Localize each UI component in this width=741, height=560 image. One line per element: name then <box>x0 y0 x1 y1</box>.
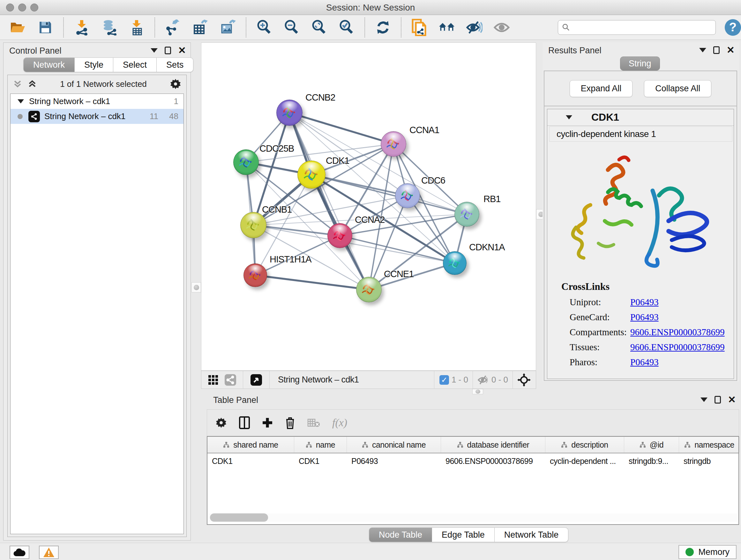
protein-structure-image <box>557 147 723 278</box>
column-header-name[interactable]: name <box>294 437 347 453</box>
add-column-icon[interactable] <box>262 417 273 428</box>
tab-select[interactable]: Select <box>113 57 157 72</box>
column-header-description[interactable]: description <box>545 437 624 453</box>
export-network-icon[interactable] <box>165 19 181 36</box>
crosslink-link[interactable]: 9606.ENSP00000378699 <box>630 327 725 337</box>
column-header-database-identifier[interactable]: database identifier <box>441 437 545 453</box>
cloud-status-button[interactable] <box>10 546 29 559</box>
column-header-canonical-name[interactable]: canonical name <box>347 437 441 453</box>
column-header-shared-name[interactable]: shared name <box>207 437 294 453</box>
network-canvas[interactable]: CCNB2 CCNA1 CDC25B CDK1 <box>201 43 536 371</box>
zoom-fit-icon[interactable] <box>311 19 327 36</box>
selected-checkbox-icon[interactable]: ✓ <box>440 375 449 385</box>
crosslink-link[interactable]: P06493 <box>630 312 659 322</box>
gene-card-collapse-icon[interactable] <box>566 115 572 119</box>
open-session-icon[interactable] <box>10 19 26 36</box>
table-options-gear-icon[interactable] <box>215 417 227 428</box>
column-header-namespace[interactable]: namespace <box>679 437 740 453</box>
network-node-ccna2[interactable] <box>327 223 352 248</box>
crosslink-link[interactable]: P06493 <box>630 297 659 307</box>
table-cell[interactable]: 9606.ENSP00000378699 <box>441 453 545 469</box>
table-close-icon[interactable]: ✕ <box>728 396 736 403</box>
panel-close-icon[interactable]: ✕ <box>178 47 186 54</box>
save-session-icon[interactable] <box>37 19 54 36</box>
results-close-icon[interactable]: ✕ <box>727 46 735 54</box>
panel-float-icon[interactable] <box>165 47 171 54</box>
export-table-icon[interactable] <box>192 19 209 36</box>
left-splitter-handle[interactable] <box>192 282 201 293</box>
hidden-eye-slash-icon[interactable] <box>477 375 489 385</box>
table-cell[interactable]: cyclin-dependent ... <box>545 453 624 469</box>
window-title: Session: New Session <box>0 3 741 13</box>
annotations-icon[interactable] <box>411 19 428 36</box>
zoom-in-icon[interactable] <box>256 19 273 36</box>
table-cell[interactable]: CDK1 <box>207 453 294 469</box>
birds-eye-homes-icon[interactable] <box>439 19 455 36</box>
network-node-cdc25b[interactable] <box>233 149 259 175</box>
table-cell[interactable]: stringdb <box>679 453 740 469</box>
memory-button[interactable]: Memory <box>678 545 737 559</box>
table-cell[interactable]: stringdb:9... <box>624 453 679 469</box>
tab-edge-table[interactable]: Edge Table <box>432 527 495 542</box>
collapse-all-chevrons-icon[interactable] <box>13 79 22 89</box>
zoom-out-icon[interactable] <box>283 19 300 36</box>
refresh-icon[interactable] <box>375 19 391 36</box>
results-menu-icon[interactable] <box>699 48 706 52</box>
hide-selected-eye-slash-icon[interactable] <box>466 19 482 36</box>
network-collection-row[interactable]: String Network – cdk1 1 <box>10 94 184 109</box>
network-node-cdc6[interactable] <box>395 183 420 208</box>
network-node-ccna1[interactable] <box>381 131 406 157</box>
tab-network[interactable]: Network <box>23 57 75 72</box>
table-menu-icon[interactable] <box>700 397 708 402</box>
network-node-ccnb2[interactable] <box>276 100 302 126</box>
crosslink-link[interactable]: 9606.ENSP00000378699 <box>630 342 725 353</box>
fit-content-crosshair-icon[interactable] <box>517 373 531 387</box>
crosslink-link[interactable]: P06493 <box>630 357 659 368</box>
delete-table-icon <box>307 418 320 428</box>
network-node-ccne1[interactable] <box>356 277 382 302</box>
zoom-selected-icon[interactable] <box>338 19 355 36</box>
network-node-hist1h1a[interactable] <box>244 263 267 287</box>
import-table-icon[interactable] <box>128 19 145 36</box>
table-hscrollbar-thumb[interactable] <box>210 513 268 522</box>
column-header-id[interactable]: @id <box>624 437 679 453</box>
warning-status-button[interactable] <box>39 546 59 559</box>
search-input[interactable] <box>570 23 711 32</box>
import-network-file-icon[interactable] <box>73 19 90 36</box>
help-icon[interactable]: ? <box>725 19 741 36</box>
tab-string[interactable]: String <box>620 57 660 71</box>
crosslinks-title: CrossLinks <box>561 281 734 293</box>
table-cell[interactable]: CDK1 <box>294 453 347 469</box>
table-float-icon[interactable] <box>715 396 721 403</box>
show-columns-icon[interactable] <box>239 416 250 429</box>
search-box[interactable] <box>558 20 716 35</box>
network-options-gear-icon[interactable] <box>170 78 181 90</box>
bottom-splitter-handle[interactable] <box>472 389 483 394</box>
network-label: String Network – cdk1 <box>44 111 125 121</box>
network-node-rb1[interactable] <box>455 202 479 227</box>
tab-node-table[interactable]: Node Table <box>369 527 432 542</box>
network-share-view-icon[interactable] <box>224 374 237 386</box>
network-row[interactable]: String Network – cdk1 11 48 <box>10 109 184 124</box>
crosslink-label: Tissues: <box>569 342 630 353</box>
expand-all-button[interactable]: Expand All <box>569 80 633 97</box>
table-cell[interactable]: P06493 <box>347 453 441 469</box>
panel-menu-icon[interactable] <box>151 48 158 53</box>
birds-eye-toggle-icon[interactable] <box>250 374 262 386</box>
network-node-cdk1[interactable] <box>297 161 326 189</box>
node-label-cdkn1a: CDKN1A <box>469 242 505 253</box>
delete-column-icon[interactable] <box>285 416 295 429</box>
network-node-cdkn1a[interactable] <box>443 251 467 275</box>
expand-all-chevrons-icon[interactable] <box>27 79 37 89</box>
collection-expand-icon[interactable] <box>17 99 24 104</box>
collapse-all-button[interactable]: Collapse All <box>644 80 711 97</box>
grid-view-icon[interactable] <box>208 374 219 385</box>
import-network-database-icon[interactable] <box>101 19 118 36</box>
network-node-ccnb1[interactable] <box>240 212 266 238</box>
tab-sets[interactable]: Sets <box>157 57 193 72</box>
table-row[interactable]: CDK1CDK1P064939606.ENSP00000378699cyclin… <box>207 453 738 469</box>
tab-network-table[interactable]: Network Table <box>495 527 569 542</box>
results-float-icon[interactable] <box>713 46 720 54</box>
export-image-icon[interactable] <box>219 19 236 36</box>
tab-style[interactable]: Style <box>75 57 113 72</box>
